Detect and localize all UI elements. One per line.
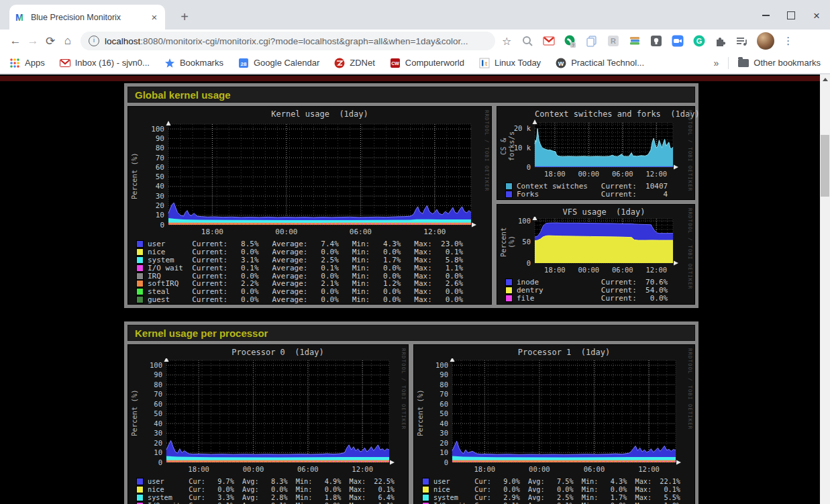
menu-kebab-icon[interactable]: ⋮ (783, 35, 793, 47)
bookmark-item[interactable]: CWComputerworld (390, 58, 464, 68)
browser-tab[interactable]: M Blue Precision Monitorix × (9, 5, 165, 30)
svg-text:40: 40 (439, 419, 448, 427)
bookmark-item[interactable]: Bookmarks (164, 58, 223, 68)
svg-text:0: 0 (527, 259, 531, 267)
bookmark-item[interactable]: tLinux Today (479, 58, 541, 68)
url-path: :8080/monitorix-cgi/monitorix.cgi?mode=l… (140, 36, 468, 46)
legend-swatch (422, 494, 429, 501)
svg-text:12:00: 12:00 (645, 170, 667, 178)
svg-text:06:00: 06:00 (297, 465, 319, 473)
bookmark-item[interactable]: WPractical Technol... (556, 58, 644, 68)
graph-y-axis-label: Percent (%) (416, 362, 424, 464)
copy-pages-extension-icon[interactable] (585, 35, 598, 48)
graph-vfs-usage[interactable]: VFS usage (1day)05010018:0000:0006:0012:… (497, 204, 695, 305)
graph-processor-0[interactable]: Processor 0 (1day)0102030405060708090100… (127, 344, 409, 504)
computerworld-icon: CW (390, 58, 401, 68)
graph-kernel-usage[interactable]: Kernel usage (1day)010203040506070809010… (127, 106, 492, 305)
reader-r-extension-icon[interactable]: R (607, 35, 619, 48)
bookmarks-separator (728, 57, 729, 69)
svg-text:20 k: 20 k (514, 124, 531, 132)
bookmark-item[interactable]: Apps (9, 58, 45, 68)
graph-processor-1[interactable]: Processor 1 (1day)0102030405060708090100… (413, 344, 695, 504)
tab-title: Blue Precision Monitorix (31, 13, 149, 22)
home-button[interactable]: ⌂ (59, 32, 76, 50)
grammarly-extension-icon[interactable]: G (692, 35, 705, 48)
graph-context-switches[interactable]: Context switches and forks (1day)010 k20… (497, 106, 695, 200)
browser-toolbar: ← → ⟳ ⌂ i localhost:8080/monitorix-cgi/m… (0, 30, 830, 52)
legend-row: I/O wait Cur: 0.1% Avg: 0.1% Min: 0.0% M… (422, 501, 694, 504)
svg-text:30: 30 (154, 429, 162, 437)
bookmark-label: Practical Technol... (571, 58, 644, 68)
svg-text:00:00: 00:00 (578, 266, 600, 274)
svg-text:50: 50 (439, 409, 448, 417)
bookmark-item[interactable]: Inbox (16) - sjvn0... (60, 58, 150, 68)
legend-text: file Current: 0.0% (517, 294, 668, 303)
svg-text:18:00: 18:00 (188, 465, 209, 473)
reload-button[interactable]: ⟳ (42, 32, 59, 50)
bookmark-star-icon[interactable]: ☆ (502, 35, 511, 48)
url-bar[interactable]: i localhost:8080/monitorix-cgi/monitorix… (81, 32, 495, 50)
legend-swatch (505, 183, 513, 190)
bookmark-item[interactable]: ZDNet (334, 58, 375, 68)
legend-text: Forks Current: 4 (517, 190, 668, 199)
svg-text:G: G (696, 37, 703, 45)
legend-row: I/O wait Current: 0.1% Average: 0.1% Min… (136, 264, 491, 272)
books-extension-icon[interactable] (628, 35, 641, 48)
svg-text:80: 80 (156, 144, 164, 152)
legend-swatch (136, 486, 144, 493)
legend-swatch (505, 191, 513, 198)
other-bookmarks-button[interactable]: Other bookmarks (738, 58, 821, 68)
legend-row: softIRQ Current: 2.2% Average: 2.1% Min:… (136, 280, 491, 288)
monitorix-favicon-icon: M (15, 12, 25, 23)
tab-close-icon[interactable]: × (149, 12, 160, 22)
gmail-extension-icon[interactable] (542, 35, 555, 48)
svg-text:06:00: 06:00 (612, 170, 633, 178)
maximize-button[interactable] (783, 8, 799, 23)
extension-icons-row: ?RG⋮ (521, 32, 793, 50)
legend-swatch (136, 296, 144, 303)
new-tab-button[interactable]: + (176, 9, 193, 26)
legend-row: I/O wait Cur: 0.1% Avg: 0.1% Min: 0.0% M… (136, 501, 408, 504)
svg-text:18:00: 18:00 (201, 228, 223, 236)
graph-title: Context switches and forks (1day) (497, 107, 673, 119)
graph-plot: 010203040506070809010018:0000:0006:0012:… (128, 358, 407, 475)
scrollbar-thumb[interactable] (821, 135, 829, 197)
svg-text:00:00: 00:00 (243, 465, 264, 473)
bookmark-label: Inbox (16) - sjvn0... (75, 58, 150, 68)
svg-text:100: 100 (435, 361, 448, 369)
search-extension-icon[interactable] (521, 35, 533, 48)
legend-swatch (505, 287, 513, 294)
svg-text:06:00: 06:00 (584, 465, 605, 473)
back-button[interactable]: ← (7, 32, 24, 50)
bookmark-item[interactable]: 28Google Calendar (238, 58, 319, 68)
legend-text: user Cur: 9.7% Avg: 8.3% Min: 4.9% Max: … (148, 478, 395, 485)
legend-swatch (136, 240, 144, 248)
legend-swatch (136, 248, 144, 256)
profile-avatar[interactable] (757, 32, 774, 50)
close-window-button[interactable]: × (809, 8, 825, 23)
svg-text:20: 20 (439, 439, 448, 447)
playlist-extension-icon[interactable] (735, 35, 748, 48)
voice-extension-icon[interactable]: ? (564, 35, 576, 48)
svg-text:12:00: 12:00 (638, 465, 660, 473)
minimize-button[interactable] (758, 8, 774, 23)
legend-row: system Cur: 2.9% Avg: 2.5% Min: 1.7% Max… (422, 494, 694, 502)
star-blue-icon (164, 58, 175, 68)
page-scrollbar[interactable] (820, 74, 830, 504)
extensions-puzzle-extension-icon[interactable] (714, 35, 727, 48)
zoom-camera-extension-icon[interactable] (671, 35, 684, 48)
legend-swatch (136, 272, 144, 280)
scrollbar-up-arrow[interactable] (820, 74, 830, 85)
forward-button[interactable]: → (24, 32, 42, 50)
bookmark-label: Linux Today (495, 58, 541, 68)
rrdtool-watermark: RRDTOOL / TOBI OETIKER (687, 348, 693, 430)
svg-text:10: 10 (439, 448, 448, 456)
bookmarks-overflow-chevron[interactable]: » (714, 58, 719, 68)
svg-text:70: 70 (154, 390, 162, 398)
site-info-icon[interactable]: i (89, 36, 99, 46)
bookmark-label: Bookmarks (180, 58, 223, 68)
lamp-extension-icon[interactable] (650, 35, 662, 48)
graph-legend: Context switches Current: 10407Forks Cur… (497, 183, 694, 199)
svg-text:12:00: 12:00 (352, 465, 373, 473)
tab-strip: M Blue Precision Monitorix × + × (0, 0, 830, 30)
